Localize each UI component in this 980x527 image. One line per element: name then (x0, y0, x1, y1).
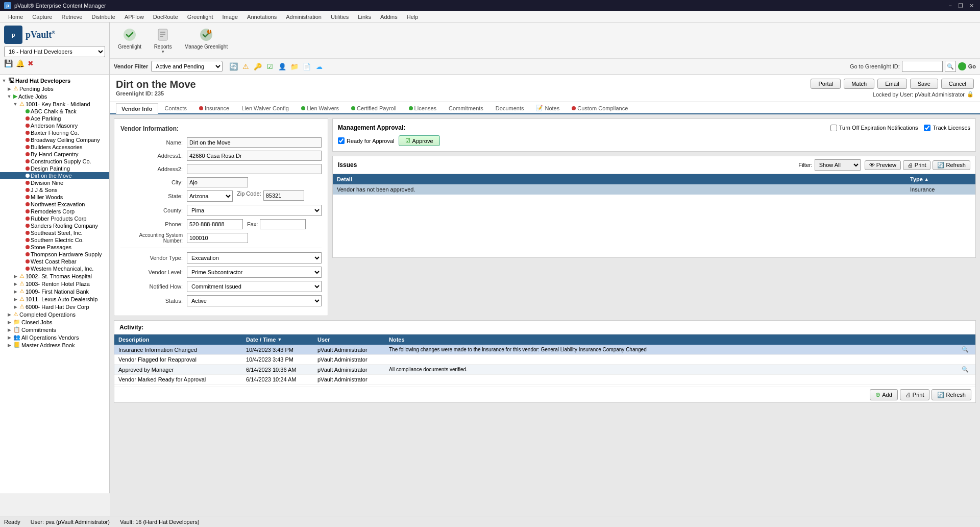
sidebar-vendor-stone[interactable]: Stone Passages (0, 244, 109, 251)
vendor-level-select[interactable]: Prime Subcontractor (187, 267, 322, 278)
save-icon[interactable]: 💾 (4, 59, 13, 67)
save-button[interactable]: Save (910, 79, 938, 89)
greenlight-id-input[interactable] (902, 61, 943, 72)
cancel-button[interactable]: Cancel (941, 79, 974, 89)
city-input[interactable] (187, 177, 248, 187)
sidebar-vendor-miller[interactable]: Miller Woods (0, 194, 109, 201)
sidebar-vendor-construction[interactable]: Construction Supply Co. (0, 158, 109, 165)
folder-icon[interactable]: 📁 (289, 61, 300, 72)
menu-distribute[interactable]: Distribute (87, 13, 119, 21)
sidebar-vendor-builders[interactable]: Builders Accessories (0, 143, 109, 151)
refresh-issues-button[interactable]: 🔄 Refresh (933, 160, 970, 170)
act-date-header[interactable]: Date / Time ▼ (246, 337, 317, 343)
sidebar-vendor-jj[interactable]: J J & Sons (0, 186, 109, 194)
menu-home[interactable]: Home (4, 13, 27, 21)
menu-retrieve[interactable]: Retrieve (57, 13, 86, 21)
issues-filter-select[interactable]: Show All (815, 159, 861, 171)
sidebar-vendor-westcoast[interactable]: West Coast Rebar (0, 258, 109, 265)
refresh-icon[interactable]: 🔄 (228, 61, 239, 72)
greenlight-toolbar-btn[interactable]: Greenlight (114, 25, 145, 52)
menu-utilities[interactable]: Utilities (327, 13, 353, 21)
company-select[interactable]: 16 - Hard Hat Developers (4, 46, 105, 57)
user-icon[interactable]: 👤 (277, 61, 288, 72)
menu-links[interactable]: Links (354, 13, 375, 21)
sidebar-vendor-northwest[interactable]: Northwest Excavation (0, 201, 109, 208)
turn-off-expiration-label[interactable]: Turn Off Expiration Notifications (830, 125, 918, 131)
tab-documents[interactable]: Documents (490, 103, 530, 113)
sidebar-item-all-vendors[interactable]: ▶ 👥 All Operations Vendors (0, 333, 109, 341)
ready-for-approval-checkbox[interactable] (338, 137, 345, 144)
ready-for-approval-label[interactable]: Ready for Approval (338, 137, 395, 144)
menu-annotations[interactable]: Annotations (243, 13, 281, 21)
sidebar-item-1011[interactable]: ▶ ⚠ 1011- Lexus Auto Dealership (0, 295, 109, 303)
state-select[interactable]: Arizona (187, 190, 233, 202)
sidebar-item-master[interactable]: ▶ 📒 Master Address Book (0, 341, 109, 349)
sidebar-item-closed[interactable]: ▶ 📁 Closed Jobs (0, 318, 109, 326)
sidebar-vendor-southern[interactable]: Southern Electric Co. (0, 236, 109, 244)
sidebar-vendor-southeast[interactable]: Southeast Steel, Inc. (0, 229, 109, 236)
tab-insurance[interactable]: Insurance (193, 103, 235, 113)
close-button[interactable]: ✕ (967, 3, 976, 9)
zip-input[interactable] (263, 190, 304, 201)
tab-vendor-info[interactable]: Vendor Info (116, 103, 158, 114)
status-select[interactable]: Active (187, 295, 322, 306)
phone-input[interactable] (187, 219, 243, 229)
tab-lien-waiver-config[interactable]: Lien Waiver Config (236, 103, 295, 113)
tab-contacts[interactable]: Contacts (159, 103, 192, 113)
sidebar-vendor-division[interactable]: Division Nine (0, 179, 109, 186)
tab-lien-waivers[interactable]: Lien Waivers (296, 103, 345, 113)
menu-image[interactable]: Image (218, 13, 242, 21)
menu-docroute[interactable]: DocRoute (149, 13, 182, 21)
track-licenses-label[interactable]: Track Licenses (924, 125, 970, 131)
minimize-button[interactable]: − (947, 3, 954, 9)
refresh-activity-button[interactable]: 🔄 Refresh (932, 389, 971, 400)
sidebar-item-commitments[interactable]: ▶ 📋 Commitments (0, 326, 109, 333)
reports-toolbar-btn[interactable]: Reports ▼ (148, 25, 178, 56)
print-issues-button[interactable]: 🖨 Print (903, 160, 931, 170)
go-button[interactable]: Go (968, 63, 976, 69)
sidebar-vendor-sanders[interactable]: Sanders Roofing Company (0, 222, 109, 229)
county-select[interactable]: Pima (187, 205, 322, 216)
sidebar-vendor-byhand[interactable]: By Hand Carpentry (0, 151, 109, 158)
manage-greenlight-btn[interactable]: ! Manage Greenlight (180, 25, 232, 52)
portal-button[interactable]: Portal (811, 79, 841, 89)
name-input[interactable] (187, 137, 322, 148)
restore-button[interactable]: ❐ (956, 3, 965, 9)
tab-notes[interactable]: 📝 Notes (530, 102, 565, 113)
cloud-icon[interactable]: ☁ (313, 61, 325, 72)
sidebar-item-1003[interactable]: ▶ ⚠ 1003- Renton Hotel Plaza (0, 280, 109, 288)
sidebar-item-6000[interactable]: ▶ ⚠ 6000- Hard Hat Dev Corp (0, 303, 109, 310)
turn-off-expiration-checkbox[interactable] (830, 125, 837, 131)
sidebar-item-pending-jobs[interactable]: ▶ ⚠ Pending Jobs (0, 85, 109, 92)
tab-certified-payroll[interactable]: Certified Payroll (346, 103, 402, 113)
act-row3-search[interactable]: 🔍 (959, 366, 971, 373)
sidebar-item-active-jobs[interactable]: ▼ ▶ Active Jobs (0, 92, 109, 100)
sidebar-item-1009[interactable]: ▶ ⚠ 1009- First National Bank (0, 288, 109, 295)
menu-addins[interactable]: Addins (376, 13, 402, 21)
menu-help[interactable]: Help (403, 13, 423, 21)
sidebar-item-1001[interactable]: ▼ ⚠ 1001- Key Bank - Midland (0, 100, 109, 108)
close-small-icon[interactable]: ✖ (28, 59, 34, 67)
address1-input[interactable] (187, 151, 322, 161)
menu-apflow[interactable]: APFlow (120, 13, 148, 21)
menu-capture[interactable]: Capture (28, 13, 56, 21)
tab-custom-compliance[interactable]: Custom Compliance (566, 103, 633, 113)
preview-button[interactable]: 👁 Preview (865, 160, 901, 170)
email-button[interactable]: Email (877, 79, 907, 89)
sidebar-vendor-baxter[interactable]: Baxter Flooring Co. (0, 129, 109, 136)
approve-button[interactable]: ☑ Approve (399, 135, 440, 146)
track-licenses-checkbox[interactable] (924, 125, 930, 131)
add-button[interactable]: ⊕ Add (870, 389, 898, 400)
tab-commitments[interactable]: Commitments (443, 103, 489, 113)
sidebar-vendor-remodelers[interactable]: Remodelers Corp (0, 208, 109, 215)
vendor-type-select[interactable]: Excavation (187, 252, 322, 264)
tab-licenses[interactable]: Licenses (403, 103, 442, 113)
acct-num-input[interactable] (187, 233, 248, 243)
checklist-icon[interactable]: ☑ (264, 61, 276, 72)
sidebar-vendor-design[interactable]: Design Painting (0, 165, 109, 172)
sidebar-vendor-broadway[interactable]: Broadway Ceiling Company (0, 136, 109, 143)
sidebar-item-1002[interactable]: ▶ ⚠ 1002- St. Thomas Hospital (0, 272, 109, 280)
sidebar-item-completed[interactable]: ▶ ⚠ Completed Operations (0, 310, 109, 318)
notified-how-select[interactable]: Commitment Issued (187, 281, 322, 292)
sidebar-vendor-rubber[interactable]: Rubber Products Corp (0, 215, 109, 222)
